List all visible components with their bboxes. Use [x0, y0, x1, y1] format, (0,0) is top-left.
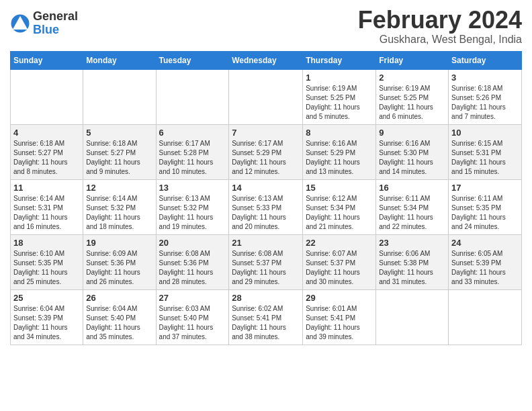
cell-day-number: 14: [232, 183, 300, 193]
calendar-body: 1Sunrise: 6:19 AM Sunset: 5:25 PM Daylig…: [11, 69, 522, 345]
cell-info: Sunrise: 6:07 AM Sunset: 5:37 PM Dayligh…: [306, 249, 373, 287]
cell-day-number: 25: [13, 293, 80, 303]
cell-day-number: 17: [451, 183, 519, 193]
header-cell-thursday: Thursday: [303, 51, 376, 69]
calendar-cell: 1Sunrise: 6:19 AM Sunset: 5:25 PM Daylig…: [303, 69, 376, 124]
calendar-week-5: 25Sunrise: 6:04 AM Sunset: 5:39 PM Dayli…: [11, 289, 522, 345]
calendar-cell: 18Sunrise: 6:10 AM Sunset: 5:35 PM Dayli…: [11, 234, 83, 289]
cell-day-number: 10: [451, 128, 519, 138]
cell-day-number: 4: [13, 128, 80, 138]
cell-info: Sunrise: 6:02 AM Sunset: 5:41 PM Dayligh…: [232, 304, 300, 342]
calendar-cell: 22Sunrise: 6:07 AM Sunset: 5:37 PM Dayli…: [303, 234, 376, 289]
logo: General Blue: [10, 10, 78, 37]
calendar-cell: [449, 289, 522, 345]
calendar-cell: 3Sunrise: 6:18 AM Sunset: 5:26 PM Daylig…: [449, 69, 522, 124]
cell-day-number: 1: [306, 73, 373, 83]
calendar-cell: 19Sunrise: 6:09 AM Sunset: 5:36 PM Dayli…: [83, 234, 156, 289]
calendar-cell: 13Sunrise: 6:13 AM Sunset: 5:32 PM Dayli…: [156, 179, 229, 234]
cell-info: Sunrise: 6:18 AM Sunset: 5:27 PM Dayligh…: [86, 139, 152, 177]
cell-info: Sunrise: 6:03 AM Sunset: 5:40 PM Dayligh…: [159, 304, 226, 342]
calendar-cell: 27Sunrise: 6:03 AM Sunset: 5:40 PM Dayli…: [156, 289, 229, 345]
calendar-table: SundayMondayTuesdayWednesdayThursdayFrid…: [10, 51, 522, 345]
cell-info: Sunrise: 6:08 AM Sunset: 5:36 PM Dayligh…: [159, 249, 226, 287]
cell-day-number: 19: [86, 238, 152, 248]
calendar-cell: 17Sunrise: 6:11 AM Sunset: 5:35 PM Dayli…: [449, 179, 522, 234]
cell-day-number: 27: [159, 293, 226, 303]
calendar-cell: 4Sunrise: 6:18 AM Sunset: 5:27 PM Daylig…: [11, 124, 83, 179]
cell-info: Sunrise: 6:15 AM Sunset: 5:31 PM Dayligh…: [451, 139, 519, 177]
calendar-cell: 9Sunrise: 6:16 AM Sunset: 5:30 PM Daylig…: [376, 124, 449, 179]
cell-day-number: 11: [13, 183, 80, 193]
cell-day-number: 20: [159, 238, 226, 248]
cell-info: Sunrise: 6:17 AM Sunset: 5:29 PM Dayligh…: [232, 139, 300, 177]
calendar-week-2: 4Sunrise: 6:18 AM Sunset: 5:27 PM Daylig…: [11, 124, 522, 179]
cell-info: Sunrise: 6:13 AM Sunset: 5:33 PM Dayligh…: [232, 194, 300, 232]
calendar-cell: [11, 69, 83, 124]
calendar-cell: 26Sunrise: 6:04 AM Sunset: 5:40 PM Dayli…: [83, 289, 156, 345]
calendar-cell: 11Sunrise: 6:14 AM Sunset: 5:31 PM Dayli…: [11, 179, 83, 234]
cell-day-number: 23: [379, 238, 445, 248]
calendar-cell: 6Sunrise: 6:17 AM Sunset: 5:28 PM Daylig…: [156, 124, 229, 179]
header-cell-saturday: Saturday: [449, 51, 522, 69]
calendar-cell: 20Sunrise: 6:08 AM Sunset: 5:36 PM Dayli…: [156, 234, 229, 289]
calendar-cell: [229, 69, 303, 124]
cell-day-number: 24: [451, 238, 519, 248]
cell-info: Sunrise: 6:18 AM Sunset: 5:27 PM Dayligh…: [13, 139, 80, 177]
cell-info: Sunrise: 6:09 AM Sunset: 5:36 PM Dayligh…: [86, 249, 152, 287]
calendar-cell: 29Sunrise: 6:01 AM Sunset: 5:41 PM Dayli…: [303, 289, 376, 345]
calendar-cell: [376, 289, 449, 345]
cell-day-number: 16: [379, 183, 445, 193]
cell-info: Sunrise: 6:19 AM Sunset: 5:25 PM Dayligh…: [306, 84, 373, 122]
header-cell-sunday: Sunday: [11, 51, 83, 69]
cell-info: Sunrise: 6:08 AM Sunset: 5:37 PM Dayligh…: [232, 249, 300, 287]
logo-icon: [10, 13, 30, 34]
header-cell-monday: Monday: [83, 51, 156, 69]
cell-info: Sunrise: 6:04 AM Sunset: 5:39 PM Dayligh…: [13, 304, 80, 342]
title-block: February 2024 Guskhara, West Bengal, Ind…: [358, 7, 522, 46]
calendar-cell: 21Sunrise: 6:08 AM Sunset: 5:37 PM Dayli…: [229, 234, 303, 289]
calendar-cell: 16Sunrise: 6:11 AM Sunset: 5:34 PM Dayli…: [376, 179, 449, 234]
cell-day-number: 6: [159, 128, 226, 138]
cell-info: Sunrise: 6:06 AM Sunset: 5:38 PM Dayligh…: [379, 249, 445, 287]
header-row: SundayMondayTuesdayWednesdayThursdayFrid…: [11, 51, 522, 69]
cell-info: Sunrise: 6:11 AM Sunset: 5:34 PM Dayligh…: [379, 194, 445, 232]
calendar-cell: 23Sunrise: 6:06 AM Sunset: 5:38 PM Dayli…: [376, 234, 449, 289]
cell-day-number: 29: [306, 293, 373, 303]
cell-day-number: 9: [379, 128, 445, 138]
calendar-cell: 10Sunrise: 6:15 AM Sunset: 5:31 PM Dayli…: [449, 124, 522, 179]
cell-info: Sunrise: 6:14 AM Sunset: 5:32 PM Dayligh…: [86, 194, 152, 232]
cell-info: Sunrise: 6:14 AM Sunset: 5:31 PM Dayligh…: [13, 194, 80, 232]
cell-day-number: 15: [306, 183, 373, 193]
cell-day-number: 2: [379, 73, 445, 83]
calendar-week-3: 11Sunrise: 6:14 AM Sunset: 5:31 PM Dayli…: [11, 179, 522, 234]
cell-day-number: 12: [86, 183, 152, 193]
cell-info: Sunrise: 6:10 AM Sunset: 5:35 PM Dayligh…: [13, 249, 80, 287]
calendar-week-1: 1Sunrise: 6:19 AM Sunset: 5:25 PM Daylig…: [11, 69, 522, 124]
calendar-header: SundayMondayTuesdayWednesdayThursdayFrid…: [11, 51, 522, 69]
header-cell-friday: Friday: [376, 51, 449, 69]
calendar-week-4: 18Sunrise: 6:10 AM Sunset: 5:35 PM Dayli…: [11, 234, 522, 289]
calendar-cell: 25Sunrise: 6:04 AM Sunset: 5:39 PM Dayli…: [11, 289, 83, 345]
cell-day-number: 26: [86, 293, 152, 303]
cell-day-number: 21: [232, 238, 300, 248]
cell-info: Sunrise: 6:18 AM Sunset: 5:26 PM Dayligh…: [451, 84, 519, 122]
calendar-cell: [83, 69, 156, 124]
logo-blue: Blue: [33, 24, 78, 37]
calendar-cell: 28Sunrise: 6:02 AM Sunset: 5:41 PM Dayli…: [229, 289, 303, 345]
cell-day-number: 22: [306, 238, 373, 248]
cell-day-number: 18: [13, 238, 80, 248]
header-cell-tuesday: Tuesday: [156, 51, 229, 69]
sub-title: Guskhara, West Bengal, India: [358, 34, 522, 46]
cell-info: Sunrise: 6:12 AM Sunset: 5:34 PM Dayligh…: [306, 194, 373, 232]
calendar-cell: 15Sunrise: 6:12 AM Sunset: 5:34 PM Dayli…: [303, 179, 376, 234]
cell-day-number: 28: [232, 293, 300, 303]
logo-text: General Blue: [33, 10, 78, 37]
header: General Blue February 2024 Guskhara, Wes…: [10, 7, 522, 46]
cell-info: Sunrise: 6:01 AM Sunset: 5:41 PM Dayligh…: [306, 304, 373, 342]
calendar-cell: 14Sunrise: 6:13 AM Sunset: 5:33 PM Dayli…: [229, 179, 303, 234]
cell-day-number: 5: [86, 128, 152, 138]
main-title: February 2024: [358, 7, 522, 34]
calendar-cell: 12Sunrise: 6:14 AM Sunset: 5:32 PM Dayli…: [83, 179, 156, 234]
cell-info: Sunrise: 6:19 AM Sunset: 5:25 PM Dayligh…: [379, 84, 445, 122]
cell-info: Sunrise: 6:04 AM Sunset: 5:40 PM Dayligh…: [86, 304, 152, 342]
